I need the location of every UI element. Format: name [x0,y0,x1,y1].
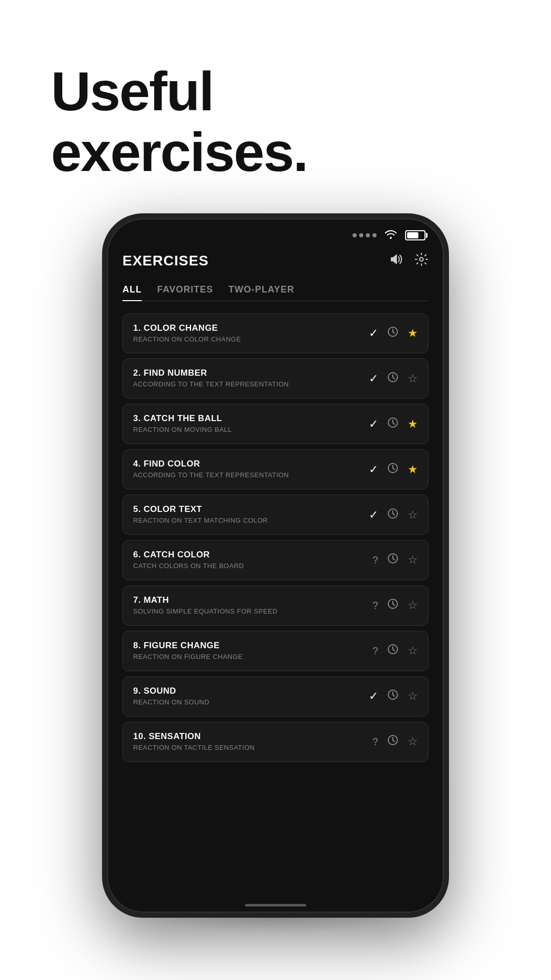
svg-point-0 [420,257,423,261]
exercise-desc: REACTION ON TACTILE SENSATION [133,744,372,752]
page-title: Useful exercises. [51,61,500,183]
exercise-desc: ACCORDING TO THE TEXT REPRESENTATION [133,471,369,480]
exercise-actions: ✓ ☆ [369,689,418,703]
question-icon: ? [372,600,378,611]
signal-dots [353,233,377,237]
exercise-info: 6. CATCH COLOR CATCH COLORS ON THE BOARD [133,550,372,571]
star-icon[interactable]: ☆ [408,690,418,703]
history-icon [387,598,398,612]
exercise-info: 4. FIND COLOR ACCORDING TO THE TEXT REPR… [133,459,369,480]
history-icon [387,553,398,567]
exercise-actions: ✓ ★ [369,326,418,340]
check-icon: ✓ [369,463,378,476]
history-icon [387,644,398,658]
exercise-info: 9. SOUND REACTION ON SOUND [133,686,369,707]
exercise-actions: ? ☆ [372,734,418,749]
check-icon: ✓ [369,508,378,522]
status-bar [107,218,444,247]
tab-favorites[interactable]: FAVORITES [157,284,213,301]
check-icon: ✓ [369,327,378,340]
wifi-icon [385,229,397,242]
history-icon [387,734,398,749]
star-icon[interactable]: ☆ [408,599,418,612]
tab-all[interactable]: ALL [122,284,142,301]
star-icon[interactable]: ☆ [408,553,418,567]
exercise-actions: ✓ ★ [369,462,418,477]
exercise-list: 1. COLOR CHANGE REACTION ON COLOR CHANGE… [122,313,429,762]
exercise-actions: ✓ ☆ [369,508,418,522]
question-icon: ? [372,645,378,657]
exercise-item[interactable]: 3. CATCH THE BALL REACTION ON MOVING BAL… [122,404,429,444]
exercise-info: 1. COLOR CHANGE REACTION ON COLOR CHANGE [133,323,369,344]
history-icon [387,326,398,340]
exercise-item[interactable]: 6. CATCH COLOR CATCH COLORS ON THE BOARD… [122,540,429,580]
exercise-item[interactable]: 5. COLOR TEXT REACTION ON TEXT MATCHING … [122,495,429,535]
history-icon [387,462,398,477]
exercise-name: 4. FIND COLOR [133,459,369,469]
exercise-name: 2. FIND NUMBER [133,368,369,378]
exercise-desc: REACTION ON TEXT MATCHING COLOR [133,517,369,525]
exercise-desc: CATCH COLORS ON THE BOARD [133,562,372,571]
exercise-desc: ACCORDING TO THE TEXT REPRESENTATION [133,380,369,389]
exercise-actions: ? ☆ [372,553,418,567]
exercise-actions: ? ☆ [372,644,418,658]
exercise-item[interactable]: 8. FIGURE CHANGE REACTION ON FIGURE CHAN… [122,631,429,671]
exercise-item[interactable]: 1. COLOR CHANGE REACTION ON COLOR CHANGE… [122,313,429,354]
star-icon[interactable]: ★ [408,327,418,340]
exercise-info: 2. FIND NUMBER ACCORDING TO THE TEXT REP… [133,368,369,389]
home-indicator [245,904,306,906]
exercise-desc: REACTION ON COLOR CHANGE [133,335,369,344]
page-header: Useful exercises. [0,0,551,213]
exercise-item[interactable]: 2. FIND NUMBER ACCORDING TO THE TEXT REP… [122,358,429,399]
history-icon [387,372,398,386]
sound-icon[interactable] [390,252,404,270]
history-icon [387,508,398,522]
exercise-info: 3. CATCH THE BALL REACTION ON MOVING BAL… [133,413,369,434]
exercise-actions: ✓ ☆ [369,372,418,386]
exercise-info: 7. MATH SOLVING SIMPLE EQUATIONS FOR SPE… [133,595,372,616]
battery-icon [405,230,425,240]
history-icon [387,689,398,703]
exercise-name: 3. CATCH THE BALL [133,413,369,424]
tab-two-player[interactable]: TWO-PLAYER [229,284,294,301]
exercise-info: 10. SENSATION REACTION ON TACTILE SENSAT… [133,731,372,752]
question-icon: ? [372,736,378,748]
exercise-desc: REACTION ON SOUND [133,698,369,707]
check-icon: ✓ [369,372,378,385]
exercise-desc: REACTION ON FIGURE CHANGE [133,653,372,662]
exercise-name: 7. MATH [133,595,372,605]
exercise-desc: REACTION ON MOVING BALL [133,426,369,434]
exercise-desc: SOLVING SIMPLE EQUATIONS FOR SPEED [133,607,372,616]
star-icon[interactable]: ☆ [408,644,418,657]
settings-icon[interactable] [414,252,429,270]
exercise-actions: ✓ ★ [369,417,418,431]
star-icon[interactable]: ☆ [408,372,418,385]
exercise-item[interactable]: 7. MATH SOLVING SIMPLE EQUATIONS FOR SPE… [122,585,429,626]
star-icon[interactable]: ☆ [408,735,418,748]
exercise-name: 8. FIGURE CHANGE [133,641,372,651]
exercise-name: 1. COLOR CHANGE [133,323,369,333]
exercise-name: 10. SENSATION [133,731,372,742]
exercise-info: 5. COLOR TEXT REACTION ON TEXT MATCHING … [133,504,369,525]
phone-mockup: EXERCISES [102,213,449,918]
star-icon[interactable]: ★ [408,463,418,476]
app-content: EXERCISES [107,247,444,911]
star-icon[interactable]: ☆ [408,508,418,522]
exercise-name: 9. SOUND [133,686,369,696]
header-icons [390,252,429,270]
check-icon: ✓ [369,418,378,431]
app-header: EXERCISES [122,252,429,270]
exercise-name: 6. CATCH COLOR [133,550,372,560]
star-icon[interactable]: ★ [408,418,418,431]
phone-shell: EXERCISES [102,213,449,918]
exercise-item[interactable]: 4. FIND COLOR ACCORDING TO THE TEXT REPR… [122,449,429,489]
exercise-actions: ? ☆ [372,598,418,612]
question-icon: ? [372,554,378,566]
exercise-item[interactable]: 10. SENSATION REACTION ON TACTILE SENSAT… [122,722,429,762]
exercise-item[interactable]: 9. SOUND REACTION ON SOUND ✓ ☆ [122,676,429,717]
exercise-name: 5. COLOR TEXT [133,504,369,514]
check-icon: ✓ [369,690,378,703]
exercise-info: 8. FIGURE CHANGE REACTION ON FIGURE CHAN… [133,641,372,662]
history-icon [387,417,398,431]
tabs: ALL FAVORITES TWO-PLAYER [122,284,429,301]
